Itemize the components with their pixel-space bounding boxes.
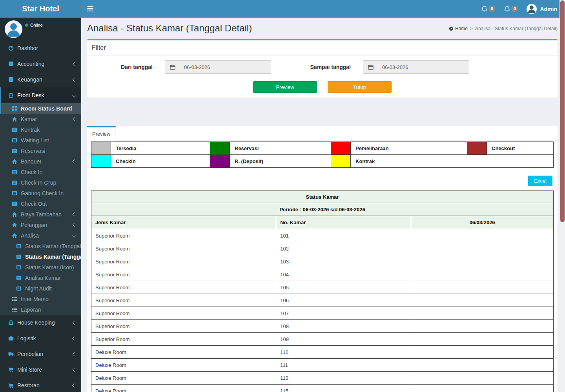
to-date-input[interactable] (378, 60, 469, 74)
chevron-left-icon (73, 62, 77, 66)
legend-label-tersedia: Tersedia (111, 142, 210, 155)
sidebar-item-dashbor[interactable]: Dashbor (0, 40, 81, 56)
chevron-down-icon (73, 93, 77, 97)
tab-preview[interactable]: Preview (87, 126, 116, 141)
jenis-kamar-cell: Deluxe Room (91, 372, 276, 385)
status-cell (411, 294, 554, 307)
home-icon (11, 222, 18, 228)
tachometer-icon (7, 45, 15, 51)
user-menu[interactable]: Admin (527, 4, 557, 14)
sidebar-toggle-button[interactable] (81, 0, 99, 18)
sidebar-item-label: Accounting (17, 61, 44, 67)
sidebar-item-pembelian[interactable]: Pembelian (0, 346, 81, 362)
sidebar-item-reservasi[interactable]: Reservasi (0, 145, 81, 156)
sidebar-item-kamar[interactable]: Kamar (0, 114, 81, 124)
sidebar-item-label: Banquet (21, 158, 41, 165)
sidebar-item-house-keeping[interactable]: House Keeping (0, 315, 81, 330)
breadcrumb-separator: > (470, 26, 473, 31)
sidebar-item-label: Waiting List (21, 137, 49, 143)
legend-label-reservasi: Reservasi (230, 142, 331, 155)
close-button[interactable]: Tutup (328, 81, 392, 93)
notification-bell-1[interactable]: 0 (481, 5, 495, 12)
breadcrumb-home-link[interactable]: Home (449, 26, 468, 31)
scrollbar-thumb[interactable] (560, 0, 565, 222)
sidebar-item-analisa-kamar[interactable]: Analisa Kamar (0, 272, 81, 283)
legend-swatch-kontrak (331, 155, 351, 168)
sidebar: Online DashborAccountingKeuanganFront De… (0, 18, 81, 392)
sidebar-avatar-icon[interactable] (5, 20, 22, 38)
jenis-kamar-cell: Deluxe Room (91, 385, 276, 392)
sidebar-item-logistik[interactable]: Logistik (0, 330, 81, 346)
sidebar-item-label: Inter Memo (21, 296, 49, 302)
breadcrumb-current: Analisa - Status Kamar (Tanggal Detail) (475, 26, 558, 31)
sidebar-item-keuangan[interactable]: Keuangan (0, 72, 81, 87)
sidebar-item-banquet[interactable]: Banquet (0, 156, 81, 167)
sidebar-item-analisa[interactable]: Analisa (0, 230, 81, 241)
no-kamar-cell: 105 (276, 281, 411, 294)
sidebar-item-pelanggan[interactable]: Pelanggan (0, 220, 81, 230)
room-row-109: Superior Room109 (91, 333, 554, 346)
page-title: Analisa - Status Kamar (Tanggal Detail) (87, 23, 252, 33)
truck-icon (7, 351, 15, 357)
sidebar-item-night-audit[interactable]: Night Audit (0, 283, 81, 294)
sidebar-item-biaya-tambahan[interactable]: Biaya Tambahan (0, 209, 81, 220)
listalt-icon (15, 265, 23, 270)
no-kamar-cell: 115 (276, 385, 411, 392)
sidebar-item-inter-memo[interactable]: Inter Memo (0, 294, 81, 304)
room-row-107: Superior Room107 (91, 307, 554, 320)
sidebar-item-mini-store[interactable]: Mini Store (0, 362, 81, 377)
status-cell (411, 320, 554, 333)
to-date-label: Sampai tanggal (287, 60, 351, 74)
grid-icon (11, 106, 18, 111)
status-cell (411, 242, 554, 255)
sidebar-item-gabung-check-in[interactable]: Gabung Check In (0, 188, 81, 198)
sidebar-item-check-in[interactable]: Check In (0, 167, 81, 177)
sidebar-item-label: Laporan (21, 307, 41, 313)
no-kamar-cell: 104 (276, 268, 411, 281)
notification-bell-2[interactable]: 0 (504, 5, 518, 12)
sidebar-item-label: Pembelian (17, 351, 43, 357)
legend-label-pemeliharaan: Pemeliharaan (351, 142, 467, 155)
online-status-dot (25, 24, 28, 27)
app-logo[interactable]: Star Hotel (0, 0, 81, 18)
hamburger-icon (87, 6, 93, 7)
status-legend-table: TersediaReservasiPemeliharaanCheckoutChe… (91, 142, 554, 168)
from-date-calendar-icon[interactable] (165, 60, 180, 74)
chevron-left-icon (73, 321, 77, 325)
sidebar-item-room-status-board[interactable]: Room Status Board (0, 103, 81, 114)
chevron-down-icon (73, 234, 77, 238)
room-row-103: Superior Room103 (91, 255, 554, 268)
room-row-111: Deluxe Room111 (91, 359, 554, 372)
to-date-calendar-icon[interactable] (363, 60, 378, 74)
sidebar-item-label: Gabung Check In (21, 190, 64, 196)
sidebar-item-status-kamar-tanggal[interactable]: Status Kamar (Tanggal) (0, 241, 81, 251)
status-cell (411, 229, 554, 242)
listalt-icon (11, 127, 18, 132)
listalt-icon (11, 148, 18, 154)
sidebar-item-label: Kontrak (21, 127, 40, 133)
no-kamar-cell: 110 (276, 346, 411, 359)
preview-panel: Preview TersediaReservasiPemeliharaanChe… (87, 126, 558, 392)
sidebar-item-status-kamar-tanggal-detail[interactable]: Status Kamar (Tanggal Detail) (0, 251, 81, 262)
sidebar-item-kontrak[interactable]: Kontrak (0, 124, 81, 135)
vertical-scrollbar[interactable] (560, 0, 565, 392)
sidebar-item-status-kamar-icon[interactable]: Status Kamar (Icon) (0, 262, 81, 272)
sidebar-item-waiting-list[interactable]: Waiting List (0, 135, 81, 145)
sidebar-item-laporan[interactable]: Laporan (0, 304, 81, 315)
sidebar-item-accounting[interactable]: Accounting (0, 56, 81, 72)
sidebar-item-label: Biaya Tambahan (21, 211, 62, 218)
excel-export-button[interactable]: Excel (528, 176, 552, 186)
sidebar-item-label: Dashbor (17, 45, 38, 51)
sidebar-item-label: House Keeping (17, 319, 55, 326)
sidebar-item-check-in-grup[interactable]: Check In Grup (0, 177, 81, 188)
bell-icon (504, 5, 510, 12)
status-cell (411, 281, 554, 294)
sidebar-item-check-out[interactable]: Check Out (0, 198, 81, 209)
sidebar-item-front-desk[interactable]: Front Desk (0, 87, 81, 103)
preview-button[interactable]: Preview (253, 81, 317, 93)
from-date-input[interactable] (180, 60, 271, 74)
sidebar-item-restoran[interactable]: Restoran (0, 377, 81, 392)
listalt-icon (11, 138, 18, 143)
room-row-102: Superior Room102 (91, 242, 554, 255)
sidebar-item-label: Mini Store (17, 367, 42, 373)
